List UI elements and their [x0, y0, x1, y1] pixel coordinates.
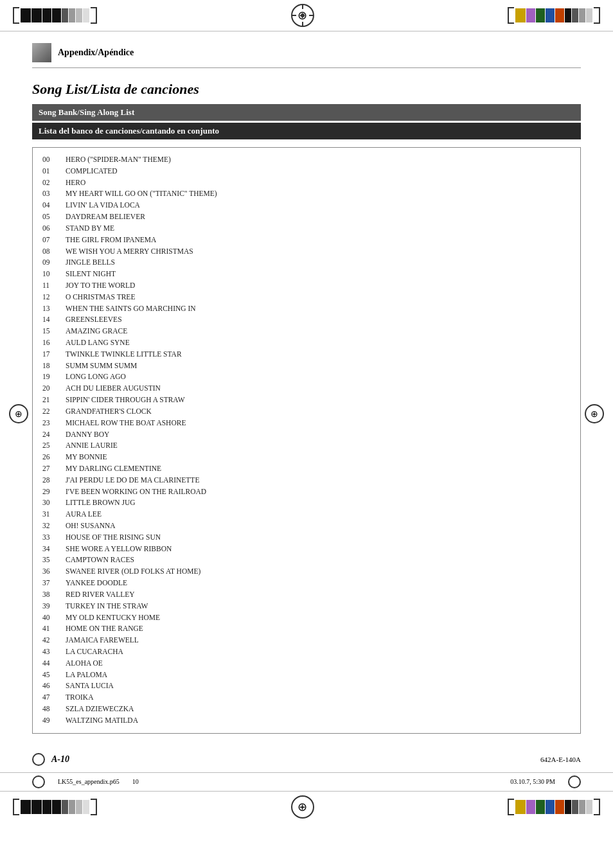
song-name: THE GIRL FROM IPANEMA — [66, 235, 571, 246]
song-name: O CHRISTMAS TREE — [66, 292, 571, 303]
song-name: AULD LANG SYNE — [66, 337, 571, 349]
section-header-1: Song Bank/Sing Along List — [32, 104, 581, 121]
song-name: AURA LEE — [66, 509, 571, 520]
main-content: ⊕ ⊕ Appendix/Apéndice Song List/Lista de… — [0, 31, 613, 747]
song-name: MY BONNIE — [66, 452, 571, 463]
song-name: DAYDREAM BELIEVER — [66, 211, 571, 223]
bar-4 — [52, 8, 61, 22]
bottom-bracket-left — [13, 799, 19, 815]
song-number: 38 — [42, 589, 66, 601]
song-number: 18 — [42, 360, 66, 372]
brbar-1 — [515, 800, 526, 814]
bottom-filename: LK55_es_appendix.p65 — [58, 778, 120, 785]
song-name: SIPPIN' CIDER THROUGH A STRAW — [66, 394, 571, 406]
song-list: 00HERO ("SPIDER-MAN" THEME)01COMPLICATED… — [42, 154, 571, 727]
bbar-6 — [69, 800, 75, 814]
bar-2 — [31, 8, 42, 22]
bar-6 — [69, 8, 75, 22]
song-name: I'VE BEEN WORKING ON THE RAILROAD — [66, 486, 571, 498]
bottom-left: LK55_es_appendix.p65 10 — [32, 775, 139, 788]
bar-8 — [83, 8, 89, 22]
top-left-group — [13, 7, 97, 24]
song-name: LONG LONG AGO — [66, 371, 571, 383]
song-number: 47 — [42, 692, 66, 704]
song-name: SUMM SUMM SUMM — [66, 360, 571, 372]
song-number: 05 — [42, 211, 66, 223]
song-list-container: 00HERO ("SPIDER-MAN" THEME)01COMPLICATED… — [32, 147, 581, 734]
song-name: HERO ("SPIDER-MAN" THEME) — [66, 154, 571, 166]
bottom-bracket-left-r — [508, 799, 514, 815]
song-name: WALTZING MATILDA — [66, 715, 571, 727]
bottom-right: 03.10.7, 5:30 PM — [510, 775, 581, 788]
center-compass-icon: ⊕ — [291, 4, 314, 27]
song-name: WHEN THE SAINTS GO MARCHING IN — [66, 303, 571, 315]
song-name: GRANDFATHER'S CLOCK — [66, 406, 571, 418]
song-number: 26 — [42, 452, 66, 463]
rbar-2 — [526, 8, 535, 22]
song-number: 07 — [42, 235, 66, 246]
song-number: 11 — [42, 280, 66, 292]
song-name: J'AI PERDU LE DO DE MA CLARINETTE — [66, 475, 571, 486]
song-name: WE WISH YOU A MERRY CHRISTMAS — [66, 246, 571, 258]
song-name: GREENSLEEVES — [66, 314, 571, 326]
bracket-left-right — [508, 7, 514, 24]
bbar-7 — [76, 800, 82, 814]
bottom-right-group — [508, 799, 600, 815]
song-number: 49 — [42, 715, 66, 727]
song-number: 25 — [42, 440, 66, 452]
song-number: 13 — [42, 303, 66, 315]
song-name: CAMPTOWN RACES — [66, 554, 571, 566]
bottom-circle-left — [32, 775, 45, 788]
song-name: HOME ON THE RANGE — [66, 623, 571, 635]
bbar-4 — [52, 800, 61, 814]
song-number: 29 — [42, 486, 66, 498]
bbar-5 — [62, 800, 68, 814]
song-number: 02 — [42, 177, 66, 189]
song-number: 14 — [42, 314, 66, 326]
bottom-bracket-right-l — [91, 799, 97, 815]
bar-7 — [76, 8, 82, 22]
song-number: 24 — [42, 429, 66, 441]
bottom-page: 10 — [132, 778, 139, 785]
song-number: 45 — [42, 669, 66, 681]
song-name: ANNIE LAURIE — [66, 440, 571, 452]
bracket-right-right — [594, 7, 600, 24]
song-name: MICHAEL ROW THE BOAT ASHORE — [66, 418, 571, 429]
bottom-left-bars — [21, 800, 89, 814]
bracket-right-left — [91, 7, 97, 24]
song-name: ALOHA OE — [66, 658, 571, 669]
brbar-7 — [572, 800, 578, 814]
song-number: 44 — [42, 658, 66, 669]
song-number: 27 — [42, 463, 66, 475]
song-number: 19 — [42, 371, 66, 383]
footer-page-num: A-10 — [51, 754, 69, 765]
song-name: COMPLICATED — [66, 166, 571, 177]
song-name: JAMAICA FAREWELL — [66, 635, 571, 646]
brbar-5 — [555, 800, 564, 814]
song-name: RED RIVER VALLEY — [66, 589, 571, 601]
song-number: 22 — [42, 406, 66, 418]
song-name: DANNY BOY — [66, 429, 571, 441]
song-name: LA PALOMA — [66, 669, 571, 681]
song-name: TROIKA — [66, 692, 571, 704]
song-name: MY HEART WILL GO ON ("TITANIC" THEME) — [66, 188, 571, 200]
rbar-7 — [572, 8, 578, 22]
bottom-right-bars — [515, 800, 592, 814]
bar-5 — [62, 8, 68, 22]
top-decorative-bar: ⊕ — [0, 0, 613, 31]
song-name: YANKEE DOODLE — [66, 578, 571, 589]
rbar-5 — [555, 8, 564, 22]
song-number: 42 — [42, 635, 66, 646]
bottom-bar: LK55_es_appendix.p65 10 03.10.7, 5:30 PM — [0, 772, 613, 791]
song-number: 34 — [42, 544, 66, 555]
song-number: 16 — [42, 337, 66, 349]
song-name: SANTA LUCIA — [66, 680, 571, 692]
song-name: TURKEY IN THE STRAW — [66, 601, 571, 612]
rbar-9 — [586, 8, 592, 22]
footer-left: A-10 — [32, 753, 69, 766]
song-name: AMAZING GRACE — [66, 326, 571, 337]
song-name: MY DARLING CLEMENTINE — [66, 463, 571, 475]
song-number: 41 — [42, 623, 66, 635]
song-number: 08 — [42, 246, 66, 258]
song-name: SZLA DZIEWECZKA — [66, 704, 571, 715]
